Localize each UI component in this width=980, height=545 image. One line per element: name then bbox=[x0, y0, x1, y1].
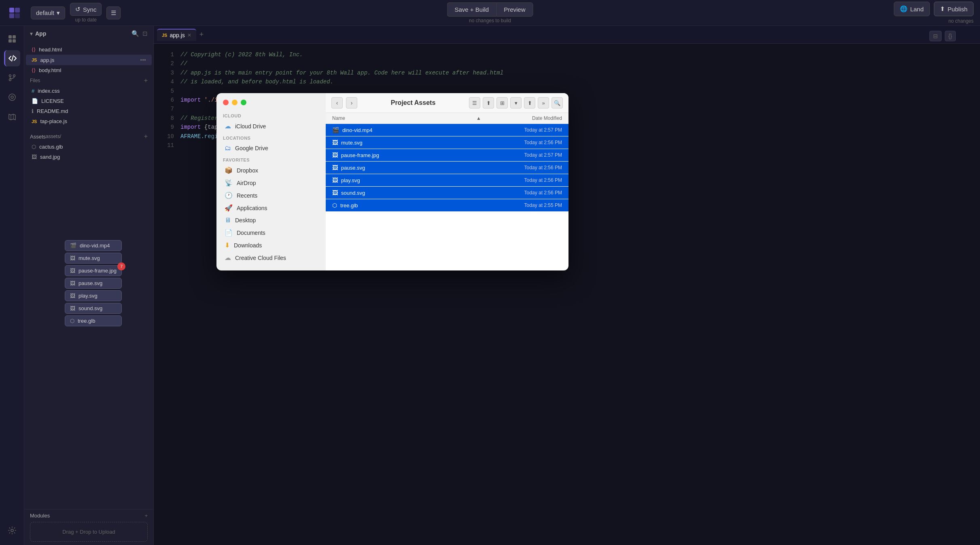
drag-drop-area[interactable]: Drag + Drop to Upload bbox=[30, 522, 148, 542]
publish-status: no changes bbox=[948, 18, 974, 24]
file-name: tree.glb bbox=[340, 202, 358, 209]
maximize-window-button[interactable] bbox=[241, 100, 246, 105]
share-button[interactable]: ⬆ bbox=[524, 97, 535, 109]
google-drive-icon: 🗂 bbox=[225, 145, 231, 152]
land-icon: 🌐 bbox=[900, 5, 908, 13]
finder-item-creative-cloud[interactable]: ☁ Creative Cloud Files bbox=[218, 251, 324, 264]
file-row-pause-frame[interactable]: 🖼 pause-frame.jpg Today at 2:57 PM bbox=[326, 149, 568, 162]
file-item-body-html[interactable]: ⟨⟩ body.html bbox=[26, 65, 152, 75]
tab-close-icon[interactable]: ✕ bbox=[187, 32, 191, 38]
svg-rect-1 bbox=[15, 8, 20, 13]
file-item-head-html[interactable]: ⟨⟩ head.html bbox=[26, 45, 152, 55]
files-section: Files + # index.css 📄 LICENSE ℹ README.m… bbox=[24, 75, 153, 126]
panel-toggle-icon[interactable]: ⊡ bbox=[142, 30, 148, 37]
svg-rect-7 bbox=[13, 39, 16, 43]
save-build-button[interactable]: Save + Build bbox=[447, 2, 496, 17]
list-view-button[interactable]: ☰ bbox=[469, 97, 480, 109]
publish-button[interactable]: ⬆ Publish bbox=[934, 2, 974, 16]
svg-icon: 🖼 bbox=[70, 255, 75, 261]
icloud-section-title: iCloud bbox=[216, 110, 326, 120]
badge-count: 7 bbox=[117, 262, 125, 270]
finder-item-applications[interactable]: 🚀 Applications bbox=[218, 202, 324, 214]
finder-item-dropbox[interactable]: 📦 Dropbox bbox=[218, 164, 324, 177]
finder-item-downloads[interactable]: ⬇ Downloads bbox=[218, 239, 324, 251]
finder-item-documents[interactable]: 📄 Documents bbox=[218, 226, 324, 239]
file-item-sand[interactable]: 🖼 sand.jpg bbox=[26, 152, 152, 162]
file-row-play-svg[interactable]: 🖼 play.svg Today at 2:56 PM bbox=[326, 174, 568, 187]
sidebar-item-home[interactable] bbox=[4, 31, 20, 47]
brace-view-button[interactable]: {} bbox=[945, 31, 956, 41]
search-button[interactable]: 🔍 bbox=[552, 97, 563, 109]
file-item-readme[interactable]: ℹ README.md bbox=[26, 106, 152, 116]
applications-icon: 🚀 bbox=[225, 204, 233, 212]
svg-point-12 bbox=[9, 94, 15, 100]
close-window-button[interactable] bbox=[223, 100, 229, 105]
add-module-icon[interactable]: + bbox=[144, 513, 148, 519]
file-name: LICENSE bbox=[41, 98, 64, 104]
tab-app-js[interactable]: JS app.js ✕ bbox=[157, 29, 196, 41]
tab-add-button[interactable]: + bbox=[198, 29, 206, 40]
tab-label: app.js bbox=[170, 32, 185, 38]
sidebar-item-settings[interactable] bbox=[4, 522, 20, 539]
file-date: Today at 2:57 PM bbox=[524, 127, 562, 133]
topbar-left: default ▾ ↺ Sync up to date ☰ bbox=[31, 3, 121, 23]
finder-item-airdrop[interactable]: 📡 AirDrop bbox=[218, 177, 324, 189]
file-row-mute-svg[interactable]: 🖼 mute.svg Today at 2:56 PM bbox=[326, 136, 568, 149]
finder-item-recents[interactable]: 🕐 Recents bbox=[218, 189, 324, 202]
svg-point-16 bbox=[11, 529, 13, 532]
sidebar-item-map[interactable] bbox=[4, 109, 20, 125]
default-branch-button[interactable]: default ▾ bbox=[31, 6, 65, 19]
search-icon[interactable]: 🔍 bbox=[132, 30, 139, 37]
finder-item-label: Google Drive bbox=[235, 145, 268, 151]
svg-file-icon: 🖼 bbox=[332, 164, 338, 171]
file-item-tap-place[interactable]: JS tap-place.js bbox=[26, 116, 152, 126]
sidebar-item-git[interactable] bbox=[4, 70, 20, 86]
finder-item-label: Applications bbox=[237, 205, 267, 211]
grid-view-button[interactable]: ⊞ bbox=[496, 97, 508, 109]
add-asset-icon[interactable]: + bbox=[144, 133, 148, 140]
menu-button[interactable]: ☰ bbox=[106, 6, 121, 19]
sync-button[interactable]: ↺ Sync bbox=[70, 3, 102, 16]
file-item-license[interactable]: 📄 LICENSE bbox=[26, 96, 152, 106]
minimize-window-button[interactable] bbox=[232, 100, 238, 105]
dragged-file-pause: 🖼 pause.svg bbox=[65, 278, 122, 289]
split-view-button[interactable]: ⊟ bbox=[929, 31, 942, 41]
land-button[interactable]: 🌐 Land bbox=[894, 2, 929, 16]
svg-icon: 🖼 bbox=[70, 280, 75, 286]
svg-file-icon: 🖼 bbox=[332, 189, 338, 196]
file-row-tree-glb[interactable]: ⬡ tree.glb Today at 2:55 PM bbox=[326, 199, 568, 212]
add-file-icon[interactable]: + bbox=[144, 77, 148, 84]
preview-button[interactable]: Preview bbox=[496, 2, 533, 17]
finder-file-list: Name ▲ Date Modified 🎬 dino-vid.mp4 Toda… bbox=[326, 113, 568, 270]
nav-back-button[interactable]: ‹ bbox=[331, 97, 343, 109]
file-item-cactus[interactable]: ⬡ cactus.glb bbox=[26, 142, 152, 152]
icloud-drive-icon: ☁ bbox=[225, 122, 231, 130]
nav-forward-button[interactable]: › bbox=[346, 97, 357, 109]
more-icon[interactable]: ••• bbox=[140, 57, 146, 63]
more-options-button[interactable]: » bbox=[538, 97, 549, 109]
locations-section: Locations 🗂 Google Drive bbox=[216, 132, 326, 154]
view-options-button[interactable]: ▾ bbox=[510, 97, 522, 109]
favorites-section: Favorites 📦 Dropbox 📡 AirDrop 🕐 Recents … bbox=[216, 154, 326, 264]
view-toggle-icon[interactable]: ⬆ bbox=[483, 97, 494, 109]
file-name: pause-frame.jpg bbox=[341, 152, 379, 158]
file-row-dino-vid[interactable]: 🎬 dino-vid.mp4 Today at 2:57 PM bbox=[326, 124, 568, 136]
dropbox-icon: 📦 bbox=[225, 166, 233, 174]
finder-item-google-drive[interactable]: 🗂 Google Drive bbox=[218, 142, 324, 154]
sidebar-item-code[interactable] bbox=[4, 50, 20, 66]
drag-drop-label: Drag + Drop to Upload bbox=[62, 529, 115, 535]
file-row-sound-svg[interactable]: 🖼 sound.svg Today at 2:56 PM bbox=[326, 187, 568, 199]
finder-item-icloud-drive[interactable]: ☁ iCloud Drive bbox=[218, 120, 324, 132]
video-file-icon: 🎬 bbox=[332, 127, 339, 133]
finder-item-desktop[interactable]: 🖥 Desktop bbox=[218, 214, 324, 226]
file-date: Today at 2:56 PM bbox=[524, 165, 562, 170]
expand-icon: ▾ bbox=[30, 30, 33, 37]
file-picker-dialog: iCloud ☁ iCloud Drive Locations 🗂 Google… bbox=[216, 93, 568, 270]
file-item-app-js[interactable]: JS app.js ••• bbox=[26, 55, 152, 65]
sidebar-item-circle[interactable] bbox=[4, 89, 20, 105]
favorites-section-title: Favorites bbox=[216, 154, 326, 164]
file-item-index-css[interactable]: # index.css bbox=[26, 86, 152, 96]
file-date: Today at 2:56 PM bbox=[524, 140, 562, 145]
file-row-pause-svg[interactable]: 🖼 pause.svg Today at 2:56 PM bbox=[326, 162, 568, 174]
recents-icon: 🕐 bbox=[225, 192, 233, 199]
